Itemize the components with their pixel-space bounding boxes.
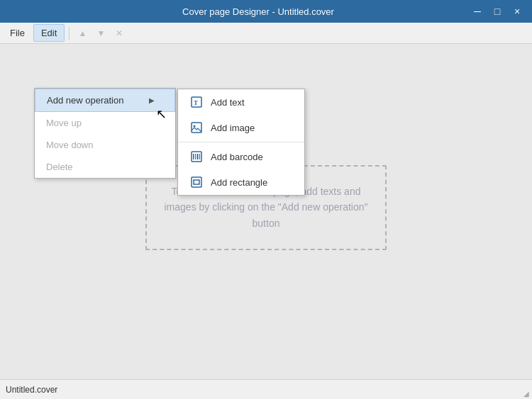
svg-rect-8 (199, 154, 200, 159)
add-new-operation-label: Add new operation (47, 95, 123, 106)
down-toolbar-button[interactable]: ▼ (92, 25, 109, 42)
add-image-label: Add image (211, 123, 255, 133)
add-new-operation-item[interactable]: Add new operation ▶ T (35, 89, 175, 112)
add-image-item[interactable]: Add image (178, 115, 304, 140)
svg-point-3 (194, 125, 196, 128)
resize-handle-icon: ◢ (523, 390, 529, 398)
svg-rect-7 (197, 154, 199, 159)
add-barcode-item[interactable]: Add barcode (178, 144, 304, 169)
main-content: To create a new Cover page, add texts an… (0, 44, 532, 379)
close-toolbar-button[interactable]: ✕ (111, 25, 128, 42)
svg-text:T: T (194, 99, 198, 106)
edit-dropdown-menu: Add new operation ▶ T (34, 88, 176, 179)
delete-item[interactable]: Delete (35, 156, 175, 178)
move-up-item[interactable]: Move up (35, 112, 175, 134)
title-bar: Cover page Designer - Untitled.cover ─ □… (0, 0, 532, 23)
maximize-button[interactable]: □ (488, 4, 506, 19)
add-operation-submenu: T Add text (177, 89, 305, 196)
submenu-container: T Add text (177, 89, 305, 196)
svg-rect-5 (193, 154, 194, 159)
svg-rect-9 (192, 177, 201, 187)
add-rectangle-item[interactable]: Add rectangle (178, 169, 304, 195)
status-bar: Untitled.cover ◢ (0, 379, 532, 399)
move-up-label: Move up (46, 118, 82, 128)
move-down-item[interactable]: Move down (35, 134, 175, 156)
dropdown-container: Add new operation ▶ T (34, 88, 176, 179)
minimize-button[interactable]: ─ (468, 4, 487, 19)
up-toolbar-button[interactable]: ▲ (74, 25, 91, 42)
add-text-item[interactable]: T Add text (178, 89, 304, 115)
svg-rect-2 (192, 123, 201, 133)
window-title: Cover page Designer - Untitled.cover (48, 6, 468, 17)
add-rectangle-label: Add rectangle (211, 177, 267, 188)
status-filename: Untitled.cover (6, 385, 57, 395)
add-text-label: Add text (211, 97, 245, 108)
window-close-button[interactable]: × (508, 4, 526, 19)
menu-bar: File Edit ▲ ▼ ✕ (0, 23, 532, 44)
title-bar-controls: ─ □ × (468, 4, 526, 19)
edit-menu[interactable]: Edit (33, 24, 65, 42)
add-text-icon: T (189, 95, 204, 109)
add-barcode-icon (189, 150, 204, 164)
submenu-arrow-icon: ▶ (149, 96, 155, 104)
svg-rect-6 (195, 154, 196, 159)
add-barcode-label: Add barcode (211, 152, 263, 162)
file-menu[interactable]: File (3, 25, 32, 41)
submenu-separator (178, 142, 304, 142)
add-image-icon (189, 120, 204, 135)
menu-separator (69, 27, 70, 40)
delete-label: Delete (46, 162, 73, 172)
move-down-label: Move down (46, 140, 93, 150)
add-rectangle-icon (189, 175, 204, 189)
